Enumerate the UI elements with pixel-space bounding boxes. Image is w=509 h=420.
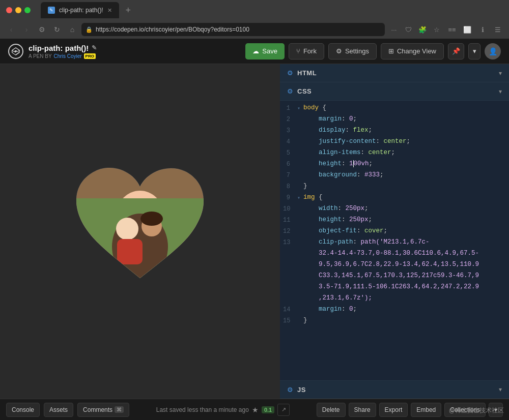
html-gear-icon: ⚙ <box>287 69 293 77</box>
css-code-editor[interactable]: 1 ▾ body { 2 margin: 0; 3 display: flex;… <box>280 101 509 380</box>
shield-icon[interactable]: 🛡 <box>402 23 414 36</box>
close-window-button[interactable] <box>6 7 12 13</box>
js-panel-title: JS <box>297 386 306 394</box>
code-line-13f: ,213.1,6.7z'); <box>280 293 509 304</box>
export-button[interactable]: Export <box>379 403 408 417</box>
version-badge: 0.1 <box>262 406 274 413</box>
pin-button[interactable]: 📌 <box>448 43 464 59</box>
traffic-lights <box>6 7 31 13</box>
settings-button[interactable]: ⚙ Settings <box>328 43 377 59</box>
svg-rect-8 <box>117 239 143 264</box>
view-icon: ⊞ <box>388 47 394 55</box>
code-line-3: 3 display: flex; <box>280 125 509 136</box>
save-cloud-icon: ☁ <box>252 47 259 55</box>
watermark: @稀土掘金技术社区 <box>449 406 504 415</box>
menu-icon[interactable]: ☰ <box>492 23 504 36</box>
split-view-icon[interactable]: ⬜ <box>461 23 473 36</box>
heart-preview-svg <box>76 168 204 295</box>
active-tab[interactable]: ✎ clip-path: path()! ✕ <box>41 2 119 18</box>
chevron-down-icon: ▾ <box>473 47 476 55</box>
html-panel-title: HTML <box>297 69 317 77</box>
address-bar[interactable]: 🔒 https://codepen.io/chriscoyier/pen/BOb… <box>81 23 385 36</box>
html-panel-header[interactable]: ⚙ HTML ▾ <box>280 64 509 82</box>
code-line-4: 4 justify-content: center; <box>280 136 509 147</box>
reload-button[interactable]: ↻ <box>51 23 63 36</box>
open-in-new-button[interactable]: ↗ <box>277 404 290 416</box>
save-status-text: Last saved less than a minute ago <box>156 406 249 413</box>
pro-badge: PRO <box>84 53 96 59</box>
code-line-10: 10 width: 250px; <box>280 203 509 215</box>
code-line-6: 6 height: 100vh; <box>280 159 509 170</box>
lock-icon: 🔒 <box>86 26 93 33</box>
code-line-13b: 32.4-14.4-73.7,0-88.1,30.6C110.6,4.9,67.… <box>280 248 509 259</box>
cmd-shortcut-icon: ⌘ <box>115 406 124 413</box>
code-line-2: 2 margin: 0; <box>280 114 509 125</box>
css-panel-header[interactable]: ⚙ CSS ▾ <box>280 82 509 101</box>
forward-button[interactable]: › <box>20 23 33 36</box>
code-line-13: 13 clip-path: path('M213.1,6.7c- <box>280 237 509 248</box>
svg-point-5 <box>116 218 138 240</box>
code-line-15: 15 } <box>280 315 509 326</box>
bookmarks-icon[interactable]: ··· <box>388 23 400 36</box>
code-line-7: 7 background: #333; <box>280 170 509 181</box>
author-name[interactable]: Chris Coyier <box>54 53 82 59</box>
js-gear-icon: ⚙ <box>287 386 293 394</box>
minimize-window-button[interactable] <box>15 7 21 13</box>
js-panel-header[interactable]: ⚙ JS ▾ <box>280 380 509 399</box>
code-line-14: 14 margin: 0; <box>280 304 509 315</box>
home-button[interactable]: ⌂ <box>66 23 78 36</box>
save-button[interactable]: ☁ Save <box>245 43 285 59</box>
change-view-button[interactable]: ⊞ Change View <box>381 43 444 59</box>
extensions-icon[interactable]: 🧩 <box>416 23 429 36</box>
tab-close-button[interactable]: ✕ <box>107 7 112 14</box>
html-chevron-icon: ▾ <box>499 70 502 77</box>
comments-button[interactable]: Comments ⌘ <box>77 403 129 417</box>
delete-button[interactable]: Delete <box>317 403 346 417</box>
maximize-window-button[interactable] <box>24 7 31 13</box>
main-layout: ⚙ HTML ▾ ⚙ CSS ▾ 1 ▾ body { 2 margin: 0; <box>0 64 509 399</box>
tools-button[interactable]: ⚙ <box>36 23 48 36</box>
codepen-logo <box>8 44 23 59</box>
editor-panel: ⚙ HTML ▾ ⚙ CSS ▾ 1 ▾ body { 2 margin: 0; <box>280 64 509 399</box>
code-line-1: 1 ▾ body { <box>280 103 509 114</box>
star-icon[interactable]: ☆ <box>431 23 443 36</box>
bottom-bar: Console Assets Comments ⌘ Last saved les… <box>0 399 509 420</box>
reading-list-icon[interactable]: ≡≡ <box>446 23 458 36</box>
browser-toolbar-icons: ··· 🛡 🧩 ☆ <box>388 23 443 36</box>
code-line-12: 12 object-fit: cover; <box>280 226 509 237</box>
tab-favicon: ✎ <box>48 7 55 14</box>
edit-title-icon[interactable]: ✎ <box>92 44 97 51</box>
save-info: Last saved less than a minute ago ★ 0.1 … <box>133 404 313 416</box>
css-panel-title: CSS <box>297 87 312 95</box>
browser-toolbar: ‹ › ⚙ ↻ ⌂ 🔒 https://codepen.io/chriscoyi… <box>0 20 509 39</box>
address-text: https://codepen.io/chriscoyier/pen/BObqo… <box>96 26 381 33</box>
pen-title: clip-path: path()! ✎ <box>29 44 97 52</box>
code-line-13e: 3.5-71.9,111.5-106.1C263.4,64.2,247.2,22… <box>280 282 509 293</box>
share-button[interactable]: Share <box>349 403 376 417</box>
preview-content <box>76 168 204 295</box>
svg-point-7 <box>140 212 163 226</box>
console-button[interactable]: Console <box>6 403 40 417</box>
back-button[interactable]: ‹ <box>5 23 17 36</box>
pen-title-wrap: clip-path: path()! ✎ A PEN BY Chris Coyi… <box>29 44 97 59</box>
code-line-13c: 9.5,36.9,6.7C2.8,22.9-13.4,62.4,13.5,110… <box>280 259 509 271</box>
embed-button[interactable]: Embed <box>411 403 441 417</box>
codepen-actions: ☁ Save ⑂ Fork ⚙ Settings ⊞ Change View 📌… <box>245 43 501 59</box>
gear-icon: ⚙ <box>336 47 342 55</box>
codepen-header: clip-path: path()! ✎ A PEN BY Chris Coyi… <box>0 39 509 64</box>
user-avatar[interactable]: 👤 <box>485 43 501 59</box>
code-line-13d: C33.3,145.1,67.5,170.3,125,217c59.3-46.7… <box>280 271 509 282</box>
fork-button[interactable]: ⑂ Fork <box>289 43 324 59</box>
assets-button[interactable]: Assets <box>44 403 73 417</box>
more-options-button[interactable]: ▾ <box>468 43 480 59</box>
pen-author: A PEN BY Chris Coyier PRO <box>29 53 97 59</box>
code-line-5: 5 align-items: center; <box>280 147 509 159</box>
code-line-9: 9 ▾ img { <box>280 192 509 203</box>
star-button[interactable]: ★ <box>252 406 259 414</box>
new-tab-button[interactable]: + <box>121 3 135 17</box>
js-chevron-icon: ▾ <box>499 386 502 393</box>
tab-title: clip-path: path()! <box>59 7 103 14</box>
pin-icon: 📌 <box>452 47 460 55</box>
browser-titlebar: ✎ clip-path: path()! ✕ + <box>0 0 509 20</box>
info-icon[interactable]: ℹ <box>476 23 489 36</box>
